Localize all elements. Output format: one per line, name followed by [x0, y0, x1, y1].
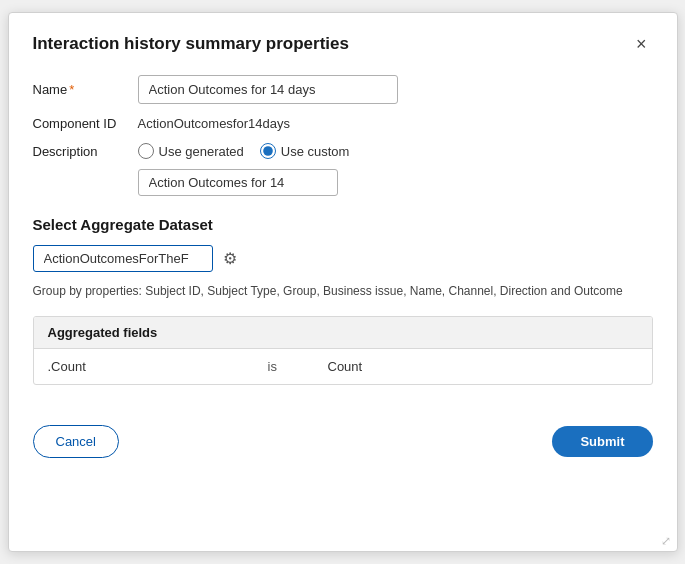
agg-value-count: Count: [328, 359, 363, 374]
modal-title: Interaction history summary properties: [33, 34, 349, 54]
modal-footer: Cancel Submit: [33, 415, 653, 458]
resize-handle: ⤢: [661, 535, 671, 547]
close-button[interactable]: ×: [630, 33, 653, 55]
description-label: Description: [33, 144, 138, 159]
aggregated-fields-header: Aggregated fields: [34, 317, 652, 349]
gear-icon-button[interactable]: ⚙: [221, 247, 239, 270]
radio-group: Use generated Use custom: [138, 143, 350, 159]
radio-custom-input[interactable]: [260, 143, 276, 159]
name-input[interactable]: [138, 75, 398, 104]
description-row: Description Use generated Use custom: [33, 143, 653, 159]
gear-icon: ⚙: [223, 249, 237, 268]
dataset-input[interactable]: [33, 245, 213, 272]
group-by-text: Group by properties: Subject ID, Subject…: [33, 282, 653, 300]
modal-dialog: Interaction history summary properties ×…: [8, 12, 678, 552]
component-id-value: ActionOutcomesfor14days: [138, 116, 290, 131]
submit-button[interactable]: Submit: [552, 426, 652, 457]
dataset-row: ⚙: [33, 245, 653, 272]
required-star: *: [69, 82, 74, 97]
modal-header: Interaction history summary properties ×: [33, 33, 653, 55]
radio-use-custom[interactable]: Use custom: [260, 143, 350, 159]
table-row: .Count is Count: [34, 349, 652, 384]
section-title: Select Aggregate Dataset: [33, 216, 653, 233]
description-text-input[interactable]: [138, 169, 338, 196]
description-text-row: [33, 169, 653, 196]
component-id-label: Component ID: [33, 116, 138, 131]
agg-operator: is: [268, 359, 328, 374]
aggregated-fields-table: Aggregated fields .Count is Count: [33, 316, 653, 385]
radio-use-generated[interactable]: Use generated: [138, 143, 244, 159]
name-row: Name*: [33, 75, 653, 104]
cancel-button[interactable]: Cancel: [33, 425, 119, 458]
component-id-row: Component ID ActionOutcomesfor14days: [33, 116, 653, 131]
name-label: Name*: [33, 82, 138, 97]
radio-generated-input[interactable]: [138, 143, 154, 159]
agg-field-count: .Count: [48, 359, 268, 374]
